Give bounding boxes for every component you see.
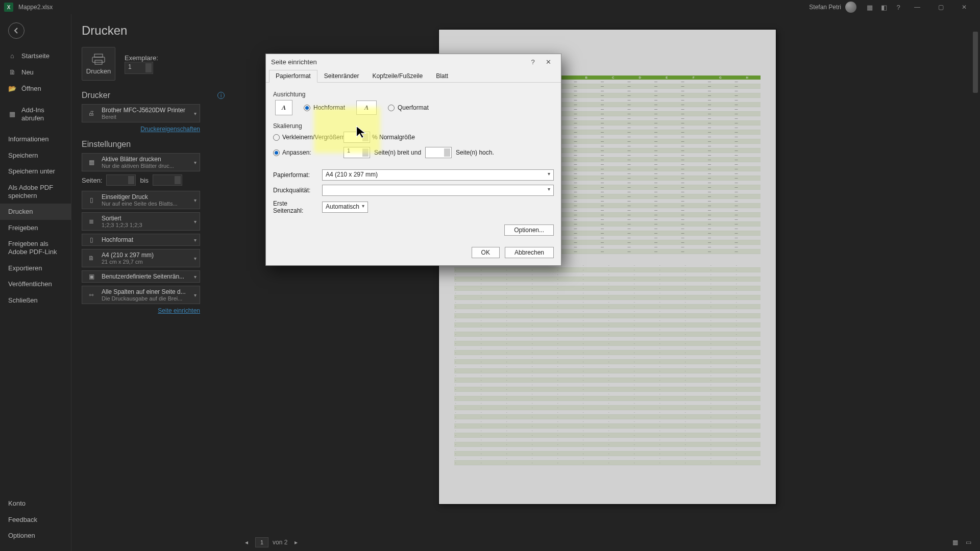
radio-icon: [304, 105, 310, 111]
first-page-input[interactable]: Automatisch: [322, 202, 368, 213]
radio-icon: [388, 105, 395, 111]
tab-blatt[interactable]: Blatt: [429, 70, 455, 83]
scale-radio[interactable]: [273, 134, 280, 141]
ok-button[interactable]: OK: [472, 247, 500, 258]
page-setup-dialog: Seite einrichten ? ✕ Papierformat Seiten…: [265, 54, 561, 266]
first-page-label: Erste Seitenzahl:: [273, 200, 317, 214]
options-button[interactable]: Optionen...: [504, 224, 554, 236]
scaling-group-label: Skalierung: [273, 122, 554, 130]
dialog-help-button[interactable]: ?: [525, 56, 541, 68]
portrait-radio[interactable]: Hochformat: [304, 104, 345, 111]
radio-label: Querformat: [398, 104, 429, 111]
print-quality-combo[interactable]: [322, 185, 554, 196]
tab-seitenraender[interactable]: Seitenränder: [317, 70, 366, 83]
modal-overlay: Seite einrichten ? ✕ Papierformat Seiten…: [0, 0, 980, 551]
tab-kopfzeile-fusszeile[interactable]: Kopfzeile/Fußzeile: [365, 70, 429, 83]
paper-format-combo[interactable]: A4 (210 x 297 mm): [322, 169, 554, 181]
paper-format-label: Papierformat:: [273, 171, 317, 179]
cancel-button[interactable]: Abbrechen: [505, 247, 554, 258]
fit-tall-label: Seite(n) hoch.: [456, 149, 494, 156]
radio-label: Hochformat: [313, 104, 345, 111]
fit-radio[interactable]: [273, 149, 280, 156]
fit-radio-label: Anpassen:: [282, 149, 344, 156]
portrait-preview-icon: A: [275, 100, 292, 115]
tab-papierformat[interactable]: Papierformat: [269, 70, 317, 83]
scale-percent-input[interactable]: [344, 132, 370, 143]
dialog-close-button[interactable]: ✕: [541, 56, 556, 68]
dialog-tabs: Papierformat Seitenränder Kopfzeile/Fußz…: [266, 69, 561, 83]
scale-radio-label: Verkleinern/Vergrößern:: [282, 134, 344, 141]
landscape-preview-icon: A: [356, 101, 377, 115]
landscape-radio[interactable]: Querformat: [388, 104, 429, 111]
fit-tall-input[interactable]: [425, 147, 452, 158]
fit-wide-input[interactable]: 1: [344, 147, 370, 158]
scale-suffix: % Normalgröße: [372, 134, 554, 141]
dialog-title: Seite einrichten: [271, 58, 317, 66]
fit-wide-label: Seite(n) breit und: [374, 149, 421, 156]
orientation-group-label: Ausrichtung: [273, 91, 554, 98]
print-quality-label: Druckqualität:: [273, 187, 317, 194]
